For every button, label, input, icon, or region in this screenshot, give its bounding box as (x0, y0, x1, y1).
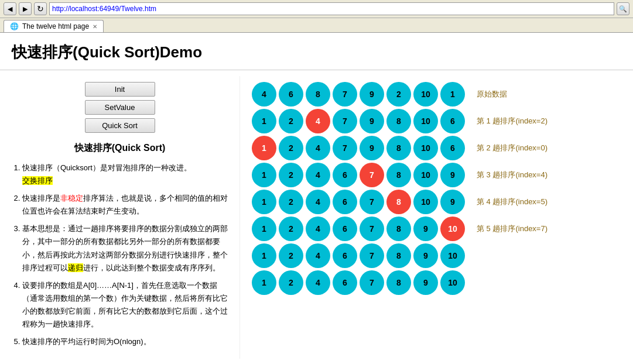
cell-circle: 2 (386, 82, 411, 107)
page-title: 快速排序(Quick Sort)Demo (0, 33, 633, 70)
cell-circle: 8 (386, 243, 411, 268)
cell-circle: 8 (306, 82, 330, 107)
right-panel: 4687921011247981061247981061246781091246… (240, 76, 633, 359)
row-label: 第 3 趟排序(index=4) (477, 163, 548, 187)
cell-circle: 6 (333, 243, 357, 268)
cell-circle: 6 (333, 217, 357, 241)
highlight-unstable: 非稳定 (60, 194, 83, 202)
browser-toolbar: ◀ ▶ ↻ http://localhost:64949/Twelve.htm … (0, 0, 633, 18)
cell-circle: 7 (333, 109, 357, 133)
forward-button[interactable]: ▶ (19, 2, 32, 15)
cell-circle: 2 (279, 190, 303, 214)
highlight-swap-sort: 交换排序 (22, 176, 53, 185)
cell-circle: 4 (306, 163, 330, 187)
row-label: 第 1 趟排序(index=2) (477, 109, 548, 133)
cell-circle: 4 (306, 136, 330, 160)
cell-circle: 9 (360, 109, 384, 133)
tab-bar: 🌐 The twelve html page ✕ (0, 18, 633, 32)
active-tab[interactable]: 🌐 The twelve html page ✕ (4, 20, 104, 32)
row-label: 第 5 趟排序(index=7) (477, 217, 548, 241)
cell-circle: 4 (306, 217, 330, 241)
cell-circle: 4 (306, 243, 330, 268)
main-layout: Init SetValue Quick Sort 快速排序(Quick Sort… (0, 70, 633, 364)
cell-circle: 7 (360, 243, 384, 268)
cell-circle: 8 (386, 270, 411, 295)
address-bar[interactable]: http://localhost:64949/Twelve.htm (49, 2, 614, 15)
cell-circle: 9 (413, 270, 438, 295)
cell-circle: 1 (252, 270, 276, 295)
cell-circle: 7 (333, 136, 357, 160)
cell-circle: 2 (279, 136, 303, 160)
cell-circle: 8 (386, 109, 411, 133)
row-label (477, 270, 548, 295)
cell-circle: 6 (279, 82, 303, 107)
cell-circle: 1 (252, 136, 276, 160)
desc-item-1: 快速排序（Quicksort）是对冒泡排序的一种改进。 交换排序 (22, 162, 228, 187)
cell-circle: 2 (279, 163, 303, 187)
cell-circle: 1 (252, 109, 276, 133)
cell-circle: 7 (360, 217, 384, 241)
cell-circle: 2 (279, 243, 303, 268)
cell-circle: 1 (252, 163, 276, 187)
cell-circle: 10 (440, 270, 465, 295)
tab-title: The twelve html page (22, 22, 89, 30)
cell-circle: 10 (440, 217, 465, 241)
row-label: 原始数据 (477, 82, 548, 107)
cell-circle: 10 (413, 109, 438, 133)
cell-circle: 4 (306, 109, 330, 133)
back-button[interactable]: ◀ (4, 2, 16, 15)
cell-circle: 6 (333, 190, 357, 214)
init-button[interactable]: Init (85, 82, 155, 97)
labels-section: 原始数据第 1 趟排序(index=2)第 2 趟排序(index=0)第 3 … (477, 82, 548, 353)
quicksort-button[interactable]: Quick Sort (85, 118, 155, 133)
cell-circle: 7 (333, 82, 357, 107)
grid-row: 124678910 (252, 217, 465, 241)
cell-circle: 6 (440, 136, 465, 160)
setvalue-button[interactable]: SetValue (85, 100, 155, 115)
cell-circle: 7 (360, 190, 384, 214)
browser-chrome: ◀ ▶ ↻ http://localhost:64949/Twelve.htm … (0, 0, 633, 33)
cell-circle: 4 (306, 190, 330, 214)
cell-circle: 1 (252, 243, 276, 268)
row-label: 第 4 趟排序(index=5) (477, 190, 548, 214)
cell-circle: 2 (279, 270, 303, 295)
grid-row: 124678109 (252, 190, 465, 214)
cell-circle: 1 (440, 82, 465, 107)
cell-circle: 4 (306, 270, 330, 295)
cell-circle: 7 (360, 163, 384, 187)
cell-circle: 9 (360, 82, 384, 107)
cell-circle: 9 (440, 190, 465, 214)
cell-circle: 10 (413, 163, 438, 187)
grid-row: 124678910 (252, 243, 465, 268)
section-title: 快速排序(Quick Sort) (12, 142, 228, 154)
button-group: Init SetValue Quick Sort (12, 82, 228, 133)
highlight-recursive: 递归 (68, 263, 83, 272)
left-panel: Init SetValue Quick Sort 快速排序(Quick Sort… (0, 76, 240, 359)
cell-circle: 10 (440, 243, 465, 268)
tab-close-button[interactable]: ✕ (93, 23, 97, 30)
cell-circle: 2 (279, 217, 303, 241)
grid-row: 124798106 (252, 109, 465, 133)
page-content: 快速排序(Quick Sort)Demo Init SetValue Quick… (0, 33, 633, 364)
row-label: 第 2 趟排序(index=0) (477, 136, 548, 160)
cell-circle: 9 (440, 163, 465, 187)
cell-circle: 9 (413, 243, 438, 268)
cell-circle: 1 (252, 217, 276, 241)
description: 快速排序（Quicksort）是对冒泡排序的一种改进。 交换排序 快速排序是非稳… (12, 162, 228, 348)
cell-circle: 8 (386, 163, 411, 187)
cell-circle: 2 (279, 109, 303, 133)
cell-circle: 8 (386, 217, 411, 241)
cell-circle: 1 (252, 190, 276, 214)
desc-item-3: 基本思想是：通过一趟排序将要排序的数据分割成独立的两部分，其中一部分的所有数据都… (22, 222, 228, 274)
search-button[interactable]: 🔍 (617, 2, 629, 15)
desc-item-4: 设要排序的数组是A[0]……A[N-1]，首先任意选取一个数据（通常选用数组的第… (22, 279, 228, 331)
cell-circle: 6 (440, 109, 465, 133)
cell-circle: 9 (413, 217, 438, 241)
cell-circle: 10 (413, 190, 438, 214)
grid-section: 4687921011247981061247981061246781091246… (252, 82, 465, 353)
desc-item-2: 快速排序是非稳定排序算法，也就是说，多个相同的值的相对位置也许会在算法结束时产生… (22, 192, 228, 218)
grid-row: 124798106 (252, 136, 465, 160)
refresh-button[interactable]: ↻ (34, 2, 47, 15)
cell-circle: 4 (252, 82, 276, 107)
tab-icon: 🌐 (10, 22, 19, 30)
